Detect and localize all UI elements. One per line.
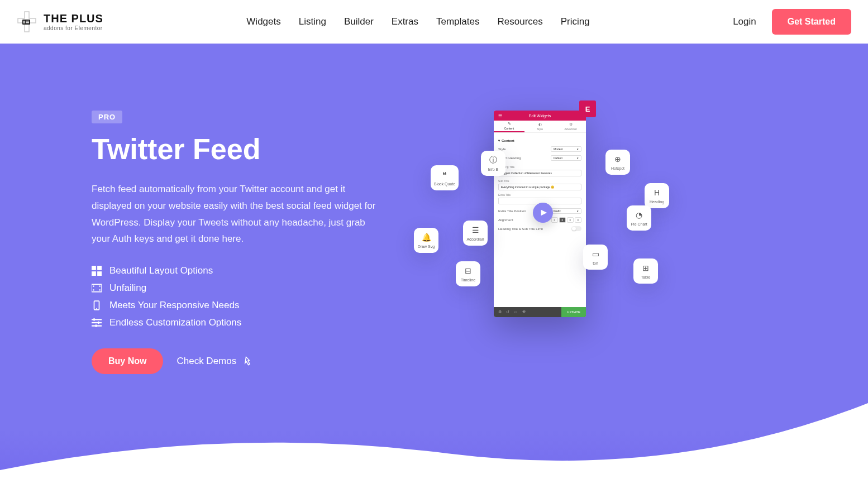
align-center-icon[interactable]: ≡ <box>559 217 566 223</box>
feature-item: Unfailing <box>92 282 376 294</box>
table-icon: ⊞ <box>641 263 651 273</box>
button-icon: ▭ <box>590 249 600 259</box>
heading-icon: H <box>652 188 662 198</box>
mobile-icon <box>92 300 102 310</box>
buy-now-button[interactable]: Buy Now <box>92 348 163 374</box>
svg-rect-11 <box>99 286 101 287</box>
update-button[interactable]: UPDATE <box>561 307 586 317</box>
play-button[interactable] <box>533 203 553 223</box>
pencil-icon: ✎ <box>508 122 511 126</box>
get-started-button[interactable]: Get Started <box>772 9 851 35</box>
film-icon <box>92 283 102 293</box>
heading-title-input[interactable]: Biggest Collection of Elementor Features <box>498 170 581 176</box>
extra-pos-select[interactable]: Prefix▾ <box>551 208 581 214</box>
svg-rect-16 <box>92 322 102 323</box>
sliders-icon <box>92 318 102 328</box>
widget-info-box[interactable]: ⓘInfo B <box>481 151 505 176</box>
nav-resources[interactable]: Resources <box>497 16 542 27</box>
pro-badge: PRO <box>92 111 122 123</box>
wave-divider <box>0 392 868 498</box>
check-demos-link[interactable]: Check Demos <box>177 356 253 367</box>
chevron-down-icon: ▾ <box>498 138 500 142</box>
alignment-buttons[interactable]: ≡≡≡≡ <box>551 217 581 223</box>
main-nav: Widgets Listing Builder Extras Templates… <box>246 16 589 27</box>
preview-icon[interactable]: 👁 <box>522 310 526 314</box>
svg-rect-10 <box>93 289 94 290</box>
align-right-icon[interactable]: ≡ <box>567 217 574 223</box>
logo-icon <box>17 11 37 33</box>
logo[interactable]: THE PLUS addons for Elementor <box>17 11 103 33</box>
feature-item: Endless Customization Options <box>92 317 376 328</box>
svg-rect-7 <box>97 271 102 276</box>
nav-listing[interactable]: Listing <box>299 16 326 27</box>
pointer-icon <box>242 356 253 367</box>
login-link[interactable]: Login <box>733 16 756 27</box>
hero-illustration: E ☰Edit Widgets ✎Content ◐Style ⚙Advance… <box>399 111 776 390</box>
circle-icon: ◐ <box>538 122 542 127</box>
logo-title: THE PLUS <box>44 12 103 25</box>
timeline-icon: ⊟ <box>463 266 473 276</box>
svg-rect-12 <box>99 289 101 290</box>
widget-block-quote[interactable]: ❝Block Quote <box>431 165 459 190</box>
nav-builder[interactable]: Builder <box>344 16 374 27</box>
widget-timeline[interactable]: ⊟Timeline <box>456 261 480 286</box>
svg-rect-9 <box>93 286 94 287</box>
align-left-icon[interactable]: ≡ <box>551 217 558 223</box>
grid-icon <box>92 266 102 276</box>
panel-footer: ⚙↺▭👁 UPDATE <box>494 307 586 317</box>
tab-advanced[interactable]: ⚙Advanced <box>555 121 586 132</box>
svg-rect-5 <box>97 266 102 270</box>
svg-rect-1 <box>23 21 25 23</box>
svg-rect-4 <box>92 266 96 270</box>
svg-point-14 <box>96 308 97 309</box>
widget-pie-chart[interactable]: ◔Pie Chart <box>627 205 651 231</box>
logo-subtitle: addons for Elementor <box>44 25 103 31</box>
svg-rect-18 <box>93 318 94 321</box>
svg-rect-8 <box>92 284 102 292</box>
section-content[interactable]: ▾Content <box>498 136 581 145</box>
widget-button[interactable]: ▭ton <box>583 245 608 270</box>
limit-toggle[interactable] <box>571 226 581 231</box>
target-icon: ⊕ <box>613 154 623 164</box>
history-icon[interactable]: ↺ <box>506 310 509 314</box>
info-icon: ⓘ <box>488 155 498 165</box>
responsive-icon[interactable]: ▭ <box>514 310 518 314</box>
style-select[interactable]: Modern▾ <box>551 146 581 152</box>
widget-table[interactable]: ⊞Table <box>633 258 658 284</box>
svg-rect-6 <box>92 271 96 276</box>
widget-heading[interactable]: HHeading <box>645 183 669 208</box>
feature-item: Beautiful Layout Options <box>92 265 376 276</box>
pie-icon: ◔ <box>634 210 644 220</box>
panel-header: ☰Edit Widgets <box>494 111 586 121</box>
quote-icon: ❝ <box>440 170 450 180</box>
widget-hotspot[interactable]: ⊕Hotspot <box>605 150 630 175</box>
accordion-icon: ☰ <box>470 225 480 235</box>
feature-list: Beautiful Layout Options Unfailing Meets… <box>92 265 376 328</box>
widget-draw-svg[interactable]: 🔔Draw Svg <box>414 228 438 253</box>
svg-rect-2 <box>26 21 29 22</box>
tab-content[interactable]: ✎Content <box>494 121 524 132</box>
svg-rect-15 <box>92 319 102 320</box>
feature-item: Meets Your Responsive Needs <box>92 300 376 311</box>
nav-pricing[interactable]: Pricing <box>561 16 590 27</box>
widget-accordion[interactable]: ☰Accordian <box>463 221 488 246</box>
sub-title-input[interactable]: Everything included in a single package … <box>498 184 581 190</box>
hero-description: Fetch feed automatically from your Twitt… <box>92 181 376 247</box>
svg-rect-20 <box>96 325 97 328</box>
settings-icon[interactable]: ⚙ <box>498 310 502 314</box>
nav-templates[interactable]: Templates <box>436 16 479 27</box>
nav-extras[interactable]: Extras <box>392 16 418 27</box>
bell-icon: 🔔 <box>421 232 431 242</box>
svg-rect-19 <box>98 322 99 324</box>
align-justify-icon[interactable]: ≡ <box>575 217 581 223</box>
nav-widgets[interactable]: Widgets <box>246 16 280 27</box>
menu-icon: ☰ <box>498 113 502 118</box>
page-title: Twitter Feed <box>92 133 376 165</box>
svg-rect-3 <box>26 22 29 23</box>
heading-select[interactable]: Default▾ <box>551 155 581 161</box>
tab-style[interactable]: ◐Style <box>524 121 555 132</box>
gear-icon: ⚙ <box>569 122 573 127</box>
